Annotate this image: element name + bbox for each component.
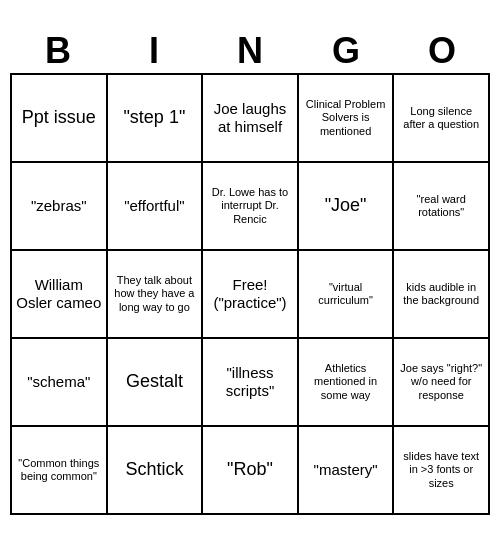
bingo-cell-12: Free! ("practice") <box>203 251 299 339</box>
bingo-cell-15: "schema" <box>12 339 108 427</box>
header-letter-o: O <box>394 29 490 73</box>
bingo-cell-19: Joe says "right?" w/o need for response <box>394 339 490 427</box>
bingo-cell-3: Clinical Problem Solvers is mentioned <box>299 75 395 163</box>
bingo-cell-22: "Rob" <box>203 427 299 515</box>
bingo-cell-0: Ppt issue <box>12 75 108 163</box>
bingo-cell-9: "real ward rotations" <box>394 163 490 251</box>
bingo-cell-2: Joe laughs at himself <box>203 75 299 163</box>
bingo-cell-10: William Osler cameo <box>12 251 108 339</box>
bingo-cell-11: They talk about how they have a long way… <box>108 251 204 339</box>
bingo-cell-24: slides have text in >3 fonts or sizes <box>394 427 490 515</box>
bingo-cell-20: "Common things being common" <box>12 427 108 515</box>
bingo-cell-4: Long silence after a question <box>394 75 490 163</box>
bingo-cell-5: "zebras" <box>12 163 108 251</box>
bingo-cell-17: "illness scripts" <box>203 339 299 427</box>
bingo-cell-14: kids audible in the background <box>394 251 490 339</box>
header-letter-n: N <box>202 29 298 73</box>
bingo-cell-7: Dr. Lowe has to interrupt Dr. Rencic <box>203 163 299 251</box>
bingo-cell-21: Schtick <box>108 427 204 515</box>
header-letter-g: G <box>298 29 394 73</box>
bingo-cell-13: "virtual curriculum" <box>299 251 395 339</box>
bingo-cell-1: "step 1" <box>108 75 204 163</box>
bingo-cell-18: Athletics mentioned in some way <box>299 339 395 427</box>
header-letter-i: I <box>106 29 202 73</box>
bingo-cell-16: Gestalt <box>108 339 204 427</box>
bingo-card: BINGO Ppt issue"step 1"Joe laughs at him… <box>10 29 490 515</box>
bingo-cell-23: "mastery" <box>299 427 395 515</box>
bingo-header: BINGO <box>10 29 490 73</box>
bingo-grid: Ppt issue"step 1"Joe laughs at himselfCl… <box>10 73 490 515</box>
bingo-cell-8: "Joe" <box>299 163 395 251</box>
bingo-cell-6: "effortful" <box>108 163 204 251</box>
header-letter-b: B <box>10 29 106 73</box>
